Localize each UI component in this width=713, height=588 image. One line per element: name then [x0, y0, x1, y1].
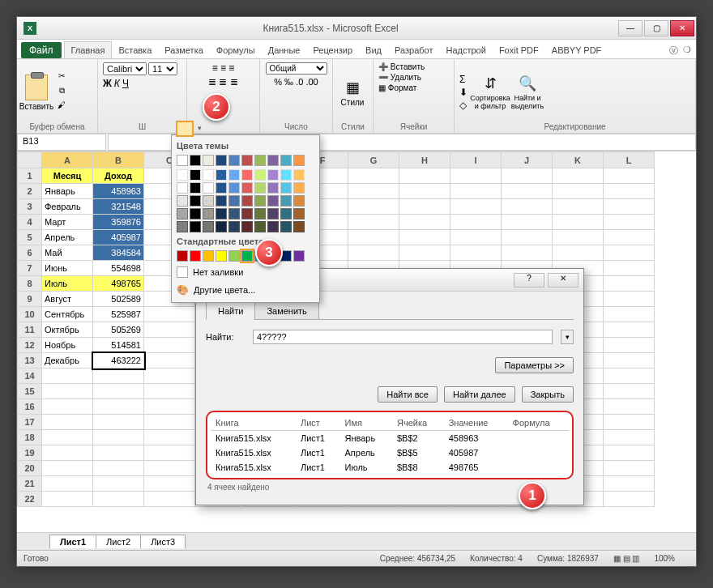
cell[interactable]: [553, 215, 604, 230]
cell[interactable]: [144, 353, 195, 369]
cell[interactable]: [399, 245, 450, 261]
color-swatch[interactable]: [241, 250, 253, 262]
row-header[interactable]: 12: [18, 338, 42, 353]
number-format-select[interactable]: Общий: [266, 62, 327, 75]
cell[interactable]: [399, 184, 450, 199]
cell[interactable]: [348, 168, 399, 184]
sheet-tab-2[interactable]: Лист2: [96, 535, 141, 548]
cell[interactable]: [604, 415, 655, 430]
color-swatch[interactable]: [254, 208, 266, 219]
col-header-A[interactable]: A: [42, 152, 93, 168]
result-row[interactable]: Книга515.xlsxЛист1Январь$B$2458963: [211, 431, 569, 446]
options-button[interactable]: Параметры >>: [495, 357, 574, 373]
col-header-B[interactable]: B: [93, 152, 144, 168]
color-swatch[interactable]: [190, 208, 201, 219]
col-header-K[interactable]: K: [553, 152, 604, 168]
color-swatch[interactable]: [267, 169, 279, 181]
color-swatch[interactable]: [241, 169, 253, 181]
color-swatch[interactable]: [241, 195, 253, 207]
row-header[interactable]: 10: [18, 307, 42, 322]
cell[interactable]: [604, 384, 655, 399]
color-swatch[interactable]: [241, 182, 253, 194]
cell[interactable]: 514581: [93, 338, 144, 353]
tab-addins[interactable]: Надстрой: [439, 42, 492, 58]
tab-developer[interactable]: Разработ: [388, 42, 439, 58]
cell[interactable]: [348, 184, 399, 199]
color-swatch[interactable]: [216, 182, 227, 194]
color-swatch[interactable]: [241, 155, 253, 166]
cell[interactable]: [604, 476, 655, 492]
cell[interactable]: [93, 492, 144, 507]
tab-data[interactable]: Данные: [262, 42, 307, 58]
cell[interactable]: [604, 245, 655, 261]
result-row[interactable]: Книга515.xlsxЛист1Апрель$B$5405987: [211, 445, 569, 460]
cell[interactable]: [42, 384, 93, 399]
col-header-J[interactable]: J: [502, 152, 553, 168]
cell[interactable]: [93, 476, 144, 492]
cell[interactable]: [399, 168, 450, 184]
cell[interactable]: Январь: [42, 184, 93, 199]
color-swatch[interactable]: [216, 155, 227, 166]
color-swatch[interactable]: [241, 208, 253, 219]
cell[interactable]: [604, 430, 655, 445]
file-tab[interactable]: Файл: [21, 42, 62, 58]
cell[interactable]: [42, 476, 93, 492]
cell[interactable]: [93, 461, 144, 476]
cell[interactable]: [450, 230, 502, 245]
color-swatch[interactable]: [280, 169, 292, 181]
cell[interactable]: [604, 461, 655, 476]
row-header[interactable]: 7: [18, 261, 42, 276]
cell[interactable]: [604, 292, 655, 307]
cell[interactable]: [42, 399, 93, 415]
cell[interactable]: 321548: [93, 199, 144, 215]
cell[interactable]: [502, 168, 553, 184]
cell[interactable]: 554698: [93, 261, 144, 276]
row-header[interactable]: 21: [18, 476, 42, 492]
cell[interactable]: [144, 322, 195, 338]
find-tab[interactable]: Найти: [206, 302, 255, 320]
tab-layout[interactable]: Разметка: [158, 42, 210, 58]
row-header[interactable]: 11: [18, 322, 42, 338]
cell[interactable]: [450, 184, 502, 199]
cell[interactable]: [348, 230, 399, 245]
color-swatch[interactable]: [190, 250, 201, 262]
color-swatch[interactable]: [177, 208, 188, 219]
color-swatch[interactable]: [293, 250, 305, 262]
cell[interactable]: [450, 168, 502, 184]
color-swatch[interactable]: [190, 155, 201, 166]
cells-insert-button[interactable]: ➕ Вставить: [378, 62, 425, 71]
cell[interactable]: [604, 445, 655, 461]
color-swatch[interactable]: [216, 195, 227, 207]
cell[interactable]: 384584: [93, 245, 144, 261]
sort-filter-button[interactable]: ⇵Сортировка и фильтр: [476, 72, 505, 113]
dialog-help-button[interactable]: ?: [514, 273, 544, 288]
result-row[interactable]: Книга515.xlsxЛист1Июль$B$8498765: [211, 460, 569, 475]
cell[interactable]: [348, 199, 399, 215]
cell[interactable]: [348, 245, 399, 261]
color-swatch[interactable]: [228, 221, 240, 232]
cell[interactable]: Май: [42, 245, 93, 261]
cell[interactable]: Сентябрь: [42, 307, 93, 322]
col-name[interactable]: Имя: [339, 415, 392, 431]
italic-button[interactable]: К: [114, 78, 120, 89]
zoom-level[interactable]: 100%: [654, 554, 675, 563]
cell[interactable]: [144, 445, 195, 461]
cell[interactable]: [604, 353, 655, 369]
help-icon[interactable]: ❍: [683, 45, 691, 57]
color-swatch[interactable]: [293, 182, 305, 194]
cell[interactable]: [604, 184, 655, 199]
cell[interactable]: [502, 245, 553, 261]
color-swatch[interactable]: [293, 221, 305, 232]
row-header[interactable]: 1: [18, 168, 42, 184]
cell[interactable]: [604, 230, 655, 245]
cell[interactable]: 359876: [93, 215, 144, 230]
row-header[interactable]: 22: [18, 492, 42, 507]
dialog-close-button[interactable]: ✕: [548, 273, 579, 288]
color-swatch[interactable]: [280, 221, 292, 232]
more-colors-button[interactable]: 🎨Другие цвета...: [175, 281, 316, 299]
color-swatch[interactable]: [216, 169, 227, 181]
tab-formulas[interactable]: Формулы: [210, 42, 262, 58]
cell[interactable]: [502, 199, 553, 215]
cells-delete-button[interactable]: ➖ Удалить: [378, 73, 421, 82]
color-swatch[interactable]: [228, 169, 240, 181]
